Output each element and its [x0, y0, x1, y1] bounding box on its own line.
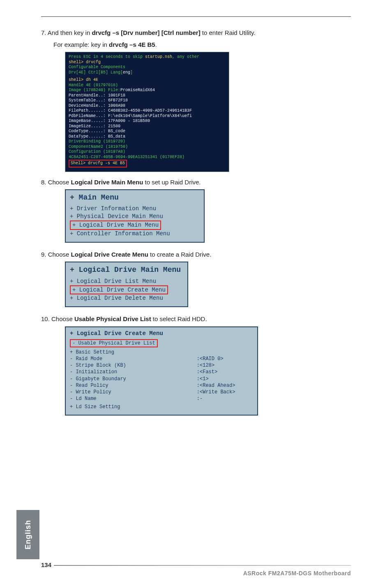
menu3-r4: - Initialization:<Fast> [70, 369, 253, 375]
menu1-r1: + Driver Information Menu [70, 205, 200, 213]
menu1-title: + Main Menu [70, 193, 200, 202]
menu3-hl-wrap: - Usable Physical Drive List [70, 339, 253, 347]
language-tab: English [16, 510, 39, 559]
shell-line-3: Configurable Components [69, 65, 226, 70]
menu3-r1: + Basic Setting [70, 349, 253, 356]
step-10-post: to select Raid HDD. [151, 315, 207, 322]
menu1-r2: + Physical Device Main Menu [70, 213, 200, 220]
shell-line-17: DriverBinding (1819720) [69, 139, 226, 145]
shell-line-9: SystemTable...: 6FB72F18 [69, 98, 226, 103]
step-7-pre: And then key in [46, 29, 92, 36]
footer-title: ASRock FM2A75M-DGS Motherboard [41, 570, 351, 577]
shell-line-18: ComponentName2 (1819750) [69, 145, 226, 150]
menu1-r4: + Controller Information Menu [70, 230, 200, 238]
shell-screenshot: Press ESC in 4 seconds to skip startup.n… [65, 52, 229, 172]
step-8-post: to set up Raid Drive. [143, 179, 201, 186]
shell-line-5: shell> dh 4E [69, 78, 226, 83]
menu3-r3: - Stripe Block (KB):<128> [70, 362, 253, 369]
step-7-line2-post: . [155, 41, 157, 48]
menu3-r3r: <128> [200, 362, 253, 369]
bios-menu-3: + Logical Drive Create Menu - Usable Phy… [65, 326, 258, 416]
page-number: 134 [41, 561, 51, 568]
step-9-bold: Logical Drive Create Menu [71, 251, 148, 258]
shell-line-13: ImageBase.....: 17FA000 - 181B580 [69, 119, 226, 124]
menu3-r8: - Ld Name:- [70, 395, 253, 402]
menu3-r7l: - Write Policy [70, 389, 197, 395]
shell-line-14: ImageSize.....: 21580 [69, 124, 226, 129]
menu3-hl: - Usable Physical Drive List [70, 339, 158, 347]
step-8-pre: Choose [46, 179, 71, 186]
step-7-cmd2: drvcfg –s 4E B5 [109, 41, 155, 48]
menu3-r8l: - Ld Name [70, 395, 197, 402]
shell-line-20: 4C8A2451-C207-405B-9694-99EA13251341 (01… [69, 155, 226, 160]
step-7-mid: to enter Raid Utility. [201, 29, 256, 36]
step-8: 8. Choose Logical Drive Main Menu to set… [41, 178, 351, 187]
step-10: 10. Choose Usable Physical Drive List to… [41, 315, 351, 324]
language-tab-label: English [24, 520, 32, 549]
menu3-r5r: <1> [200, 376, 253, 382]
menu1-r3-highlight: + Logical Drive Main Menu [70, 220, 161, 230]
bios-menu-1: + Main Menu + Driver Information Menu + … [65, 189, 205, 243]
step-7-line2: For example: key in drvcfg –s 4E B5. [41, 40, 351, 50]
menu3-r4r: <Fast> [200, 369, 253, 375]
menu3-r2: - Raid Mode:<RAID 0> [70, 356, 253, 362]
shell-line-1: Press ESC in 4 seconds to skip startup.n… [69, 55, 226, 60]
step-10-pre: Choose [50, 315, 74, 322]
step-7-num: 7. [41, 28, 46, 38]
shell-line-21: Shell> drvcfg -s 4E B5 [69, 160, 226, 168]
step-10-bold: Usable Physical Drive List [74, 315, 151, 322]
menu3-r7r: <Write Back> [200, 389, 253, 395]
menu2-r2-wrap: + Logical Drive Create Menu [70, 285, 183, 295]
step-7: 7. And then key in drvcfg –s [Drv number… [41, 28, 351, 38]
step-9-num: 9. [41, 250, 46, 260]
menu3-r8r: - [200, 395, 253, 402]
step-9-pre: Choose [46, 251, 71, 258]
page-container: 7. And then key in drvcfg –s [Drv number… [0, 0, 392, 588]
shell-line-12: PdbFileName...: F:\edk104\Sample\Platfor… [69, 114, 226, 119]
menu3-r3l: - Stripe Block (KB) [70, 362, 197, 369]
footer: 134 ASRock FM2A75M-DGS Motherboard [41, 561, 351, 577]
menu2-r1: + Logical Drive List Menu [70, 278, 183, 285]
menu3-r6r: <Read Ahead> [200, 382, 253, 389]
menu3-title: + Logical Drive Create Menu [70, 330, 253, 338]
step-8-num: 8. [41, 178, 46, 187]
step-10-num: 10. [41, 315, 50, 324]
footer-rule [54, 565, 351, 566]
step-9-post: to create a Raid Drive. [148, 251, 211, 258]
menu3-r6l: - Read Policy [70, 382, 197, 389]
menu3-r9: + Ld Size Setting [70, 404, 253, 410]
menu3-r2l: - Raid Mode [70, 356, 197, 362]
menu3-r7: - Write Policy:<Write Back> [70, 389, 253, 395]
menu1-r3-wrap: + Logical Drive Main Menu [70, 220, 200, 230]
shell-line-6: Handle 4E (01797018) [69, 83, 226, 88]
bios-menu-2: + Logical Drive Main Menu + Logical Driv… [65, 262, 188, 307]
step-7-cmd1: drvcfg –s [Drv number] [Ctrl number] [92, 29, 200, 36]
shell-cmd-highlight: Shell> drvcfg -s 4E B5 [69, 160, 127, 168]
menu2-r3: + Logical Drive Delete Menu [70, 294, 183, 302]
step-9: 9. Choose Logical Drive Create Menu to c… [41, 250, 351, 260]
step-7-line2-pre: For example: key in [53, 41, 109, 48]
menu2-r2-highlight: + Logical Drive Create Menu [70, 285, 168, 295]
shell-line-15: CodeType......: BS_code [69, 129, 226, 134]
shell-line-16: DataType......: BS_data [69, 134, 226, 140]
shell-line-4: Drv[4E] Ctrl[B5] Lang[eng] [69, 70, 226, 76]
menu3-r2r: <RAID 0> [200, 356, 253, 362]
shell-line-19: Configuration (18197A8) [69, 149, 226, 155]
shell-line-8: ParentHandle..: 1001F18 [69, 93, 226, 99]
menu3-r6: - Read Policy:<Read Ahead> [70, 382, 253, 389]
footer-line: 134 [41, 561, 351, 568]
shell-line-2: shell> drvcfg [69, 60, 226, 65]
menu3-r5: - Gigabyte Boundary:<1> [70, 376, 253, 382]
menu3-r4l: - Initialization [70, 369, 197, 375]
shell-line-11: FilePath......: C468B382-4550-4909-AD57-… [69, 108, 226, 114]
shell-line-10: DeviceHandle..: 1008A98 [69, 103, 226, 109]
shell-line-7: Image (178B240) File:PromiseRaidX64 [69, 88, 226, 93]
top-rule [41, 16, 351, 17]
step-8-bold: Logical Drive Main Menu [71, 179, 143, 186]
menu2-title: + Logical Drive Main Menu [70, 265, 183, 275]
menu3-r5l: - Gigabyte Boundary [70, 376, 197, 382]
